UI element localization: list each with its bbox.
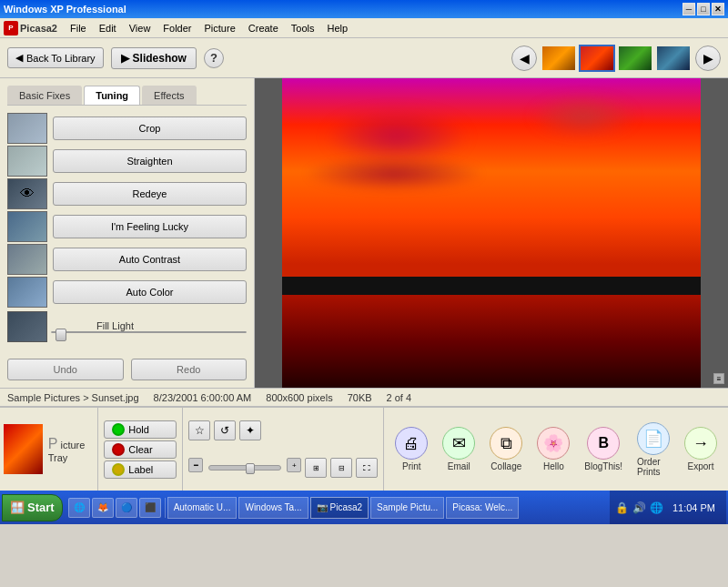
tool-row-auto-color: Auto Color <box>7 277 247 308</box>
view-grid-button[interactable]: ⊞ <box>305 458 327 478</box>
hello-icon-button[interactable]: 🌸 Hello <box>533 425 573 473</box>
fill-light-thumb <box>7 311 47 342</box>
straighten-button[interactable]: Straighten <box>53 149 247 173</box>
export-icon-button[interactable]: → Export <box>681 425 721 473</box>
next-photo-button[interactable]: ▶ <box>695 46 721 71</box>
fill-light-row: Fill Light <box>7 311 247 342</box>
tray-icon-3: 🌐 <box>650 501 663 514</box>
fx-button[interactable]: ✦ <box>239 420 261 440</box>
browser2-button[interactable]: 🔵 <box>116 498 137 518</box>
back-to-library-button[interactable]: ◀ Back To Library <box>7 47 104 68</box>
app-name: Picasa2 <box>20 23 57 34</box>
taskbar-item-windows[interactable]: Windows Ta... <box>238 497 308 519</box>
bottom-action-icons: 🖨 Print ✉ Email ⧉ Collage 🌸 Hello B Blog… <box>384 408 728 491</box>
taskbar-item-picasa-welc[interactable]: Picasa: Welc... <box>446 497 519 519</box>
print-icon-button[interactable]: 🖨 Print <box>391 425 431 473</box>
hello-label: Hello <box>543 461 564 471</box>
menu-create[interactable]: Create <box>243 21 284 35</box>
menu-picture[interactable]: Picture <box>199 21 241 35</box>
main-image-area: ≡ <box>255 78 728 388</box>
tab-basic-fixes[interactable]: Basic Fixes <box>7 86 82 105</box>
scroll-indicator: ≡ <box>713 373 724 384</box>
crop-button[interactable]: Crop <box>53 116 247 140</box>
tab-effects[interactable]: Effects <box>142 86 196 105</box>
thumbnail-strip <box>541 45 692 72</box>
label-button[interactable]: Label <box>104 460 177 479</box>
slideshow-button[interactable]: ▶ Slideshow <box>111 47 197 69</box>
menu-view[interactable]: View <box>124 21 157 35</box>
blogthis-icon: B <box>587 427 620 460</box>
fill-light-slider-thumb[interactable] <box>56 329 66 341</box>
main-toolbar: ◀ Back To Library ▶ Slideshow ? ◀ ▶ <box>0 38 728 78</box>
taskbar-item-sample[interactable]: Sample Pictu... <box>370 497 444 519</box>
redo-button[interactable]: Redo <box>131 359 248 380</box>
zoom-in-button[interactable]: + <box>287 458 301 472</box>
zoom-out-button[interactable]: ━ <box>188 458 203 472</box>
thumbnail-4[interactable] <box>655 45 692 72</box>
taskbar-item-sample-label: Sample Pictu... <box>377 502 438 512</box>
close-button[interactable]: ✕ <box>712 3 724 15</box>
menu-edit[interactable]: Edit <box>94 21 122 35</box>
tab-tuning[interactable]: Tuning <box>84 86 140 105</box>
minimize-button[interactable]: ─ <box>682 3 695 15</box>
lucky-button[interactable]: I'm Feeling Lucky <box>53 215 247 238</box>
menu-folder[interactable]: Folder <box>157 21 197 35</box>
start-icon: 🪟 <box>10 501 25 514</box>
email-icon-button[interactable]: ✉ Email <box>439 425 479 473</box>
clear-button[interactable]: Clear <box>104 440 177 459</box>
maximize-button[interactable]: □ <box>697 3 710 15</box>
tray-icon-1: 🔒 <box>615 501 629 514</box>
hello-icon: 🌸 <box>537 427 570 460</box>
label-label: Label <box>128 464 153 475</box>
auto-contrast-button[interactable]: Auto Contrast <box>53 248 247 271</box>
firefox-button[interactable]: 🦊 <box>92 498 114 518</box>
export-icon: → <box>684 427 717 460</box>
label-icon <box>112 463 125 476</box>
menu-tools[interactable]: Tools <box>286 21 320 35</box>
help-icon: ? <box>210 51 217 65</box>
redeye-button[interactable]: Redeye <box>53 182 247 206</box>
menu-help[interactable]: Help <box>322 21 354 35</box>
clear-label: Clear <box>128 444 152 455</box>
crop-thumb <box>7 113 47 144</box>
back-arrow-icon: ◀ <box>15 52 23 64</box>
zoom-slider-track <box>208 465 281 471</box>
slideshow-label: Slideshow <box>133 52 187 65</box>
auto-color-button[interactable]: Auto Color <box>53 280 247 304</box>
menu-items: File Edit View Folder Picture Create Too… <box>65 21 353 35</box>
view-single-button[interactable]: ⊟ <box>330 458 352 478</box>
order-prints-icon-button[interactable]: 📄 Order Prints <box>633 420 673 479</box>
collage-icon: ⧉ <box>490 427 522 460</box>
zoom-slider-thumb[interactable] <box>246 463 255 474</box>
star-button[interactable]: ☆ <box>188 420 210 440</box>
thumbnail-1[interactable] <box>541 45 577 72</box>
app-logo: P Picasa2 <box>4 21 57 35</box>
thumbnail-3[interactable] <box>617 45 653 72</box>
taskbar-time: 11:04 PM <box>667 502 721 513</box>
browser3-button[interactable]: ⬛ <box>139 498 161 518</box>
prev-photo-button[interactable]: ◀ <box>511 46 537 71</box>
hold-button[interactable]: Hold <box>104 420 177 439</box>
fullscreen-button[interactable]: ⛶ <box>356 458 378 478</box>
cloud-3 <box>303 156 485 192</box>
print-label: Print <box>402 461 421 471</box>
photo-path: Sample Pictures > Sunset.jpg <box>7 392 139 403</box>
menu-file[interactable]: File <box>65 21 92 35</box>
collage-icon-button[interactable]: ⧉ Collage <box>486 425 526 473</box>
taskbar-item-picasa2[interactable]: 📷 Picasa2 <box>310 497 369 519</box>
start-button[interactable]: 🪟 Start <box>2 494 63 521</box>
taskbar-item-automatic[interactable]: Automatic U... <box>167 497 238 519</box>
start-label: Start <box>27 501 55 514</box>
help-button[interactable]: ? <box>204 48 224 68</box>
photo-dimensions: 800x600 pixels <box>266 392 332 403</box>
thumbnail-2[interactable] <box>579 45 615 72</box>
blogthis-icon-button[interactable]: B BlogThis! <box>581 425 626 473</box>
taskbar-item-picasa2-label: Picasa2 <box>330 502 363 512</box>
photo-position: 2 of 4 <box>387 392 412 403</box>
title-bar-left: Windows XP Professional <box>4 4 126 15</box>
tray-thumb-image <box>4 424 43 474</box>
p-icon: P <box>48 436 58 451</box>
undo-button[interactable]: Undo <box>7 359 124 380</box>
ie-button[interactable]: 🌐 <box>68 498 90 518</box>
rotate-button[interactable]: ↺ <box>214 420 236 440</box>
